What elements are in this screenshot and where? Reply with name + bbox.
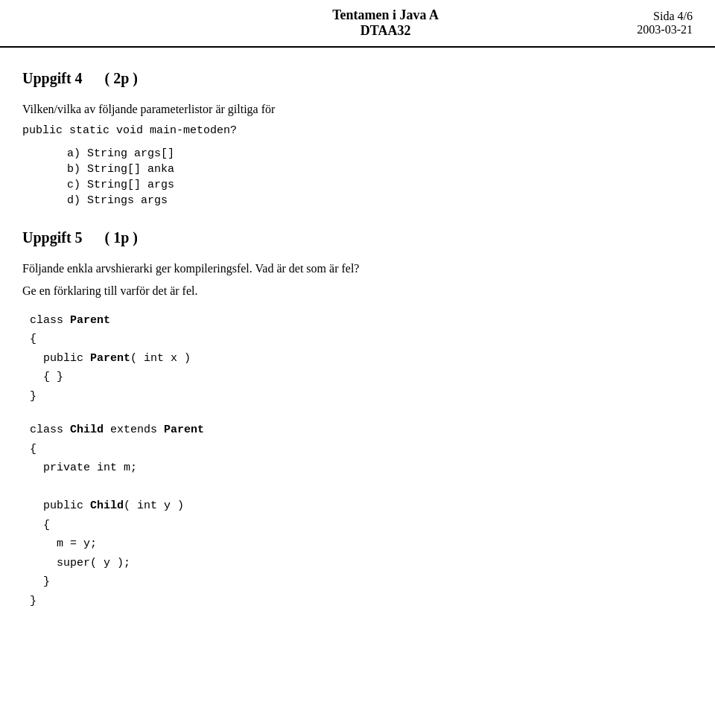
task4-question-line2: public static void main-metoden? — [22, 123, 693, 140]
code-line-15: } — [30, 592, 693, 611]
code-block-parent: class Parent { public Parent( int x ) { … — [30, 311, 693, 406]
code-line-3: public Parent( int x ) — [30, 349, 693, 368]
task4-options: a) String args[] b) String[] anka c) Str… — [67, 147, 693, 207]
code-block-child: class Child extends Parent { private int… — [30, 421, 693, 610]
page-header: Tentamen i Java A DTAA32 Sida 4/6 2003-0… — [0, 0, 715, 48]
header-title-main: Tentamen i Java A — [332, 7, 439, 23]
task5-section: Uppgift 5 ( 1p ) Följande enkla arvshier… — [22, 229, 693, 611]
header-center: Tentamen i Java A DTAA32 — [332, 7, 439, 39]
code-line-6: class Child extends Parent — [30, 421, 693, 440]
task5-points: ( 1p ) — [105, 229, 138, 246]
task5-question-line2: Ge en förklaring till varför det är fel. — [22, 282, 693, 300]
task4-section: Uppgift 4 ( 2p ) Vilken/vilka av följand… — [22, 70, 693, 207]
task5-question-line1: Följande enkla arvshierarki ger kompiler… — [22, 260, 693, 278]
page: Tentamen i Java A DTAA32 Sida 4/6 2003-0… — [0, 0, 715, 728]
code-line-5: } — [30, 387, 693, 406]
code-line-4: { } — [30, 368, 693, 387]
task4-option-d: d) Strings args — [67, 194, 693, 207]
header-page-info-line2: 2003-03-21 — [637, 23, 693, 36]
code-line-12: m = y; — [30, 534, 693, 554]
task4-option-b: b) String[] anka — [67, 163, 693, 176]
code-line-13: super( y ); — [30, 554, 693, 573]
page-content: Uppgift 4 ( 2p ) Vilken/vilka av följand… — [0, 48, 715, 651]
task4-option-a: a) String args[] — [67, 147, 693, 160]
task4-option-c: c) String[] args — [67, 179, 693, 191]
code-line-7: { — [30, 440, 693, 459]
header-title-sub: DTAA32 — [332, 23, 439, 39]
code-line-10: public Child( int y ) — [30, 496, 693, 516]
task5-title: Uppgift 5 — [22, 229, 83, 246]
code-line-9 — [30, 478, 693, 497]
code-line-11: { — [30, 516, 693, 535]
code-line-14: } — [30, 572, 693, 592]
task4-question-line1: Vilken/vilka av följande parameterlistor… — [22, 100, 693, 118]
header-page-info-line1: Sida 4/6 — [637, 10, 693, 23]
header-right: Sida 4/6 2003-03-21 — [637, 10, 693, 36]
task4-title: Uppgift 4 — [22, 70, 83, 87]
code-line-1: class Parent — [30, 311, 693, 331]
code-line-2: { — [30, 330, 693, 349]
code-line-8: private int m; — [30, 459, 693, 478]
task4-points: ( 2p ) — [105, 70, 138, 87]
